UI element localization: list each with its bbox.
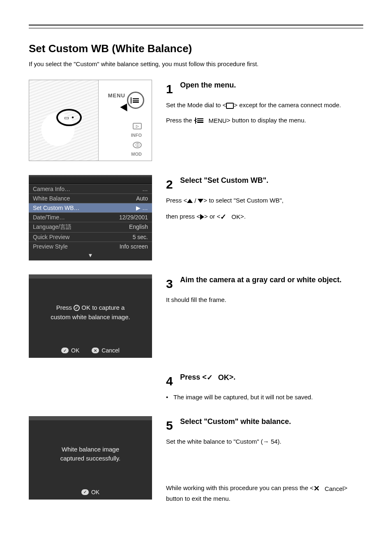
step-number: 4 xyxy=(166,372,178,390)
camera-menu-screenshot: Camera Info……White BalanceAutoSet Custom… xyxy=(29,175,152,260)
mode-dial-icon: ▭ • xyxy=(56,109,82,126)
step-heading: Aim the camera at a gray card or white o… xyxy=(180,276,341,284)
step-5: White balance image captured successfull… xyxy=(29,416,363,504)
step-text: Set the white balance to "Custom" (→ 54)… xyxy=(166,437,363,447)
menu-row: White BalanceAuto xyxy=(29,193,152,203)
menu-row: Set Custom WB…▶ … xyxy=(29,203,152,212)
prompt-line: Press OK to capture a xyxy=(39,303,142,313)
check-icon: ✓ xyxy=(220,212,226,223)
up-arrow-icon xyxy=(187,199,193,203)
menu-row: Camera Info…… xyxy=(29,184,152,193)
step-number: 5 xyxy=(166,416,178,435)
mod-button-icon: MOD xyxy=(131,152,142,157)
ok-circled-icon xyxy=(74,305,80,311)
capture-success-screenshot: White balance image captured successfull… xyxy=(29,416,152,500)
section-title: Set Custom WB (White Balance) xyxy=(29,42,363,55)
step-note: While working with this procedure you ca… xyxy=(166,483,363,504)
menu-row: Preview StyleInfo screen xyxy=(29,242,152,251)
mode-dial-glyph-icon xyxy=(226,103,234,109)
menu-label: MENU xyxy=(108,92,125,99)
step-heading: Open the menu. xyxy=(180,81,236,89)
play-button-icon: ▷ xyxy=(133,123,142,129)
step-heading: Press <✓ OK>. xyxy=(180,373,235,381)
step-text: then press <> or <✓ OK>. xyxy=(166,212,363,223)
step-heading: Select "Custom" white balance. xyxy=(180,417,291,426)
cancel-action: ✕Cancel xyxy=(92,347,120,354)
camera-illustration: ▭ • MENU ▷ INFO ⓘ MOD xyxy=(29,80,152,161)
step-2: Camera Info……White BalanceAutoSet Custom… xyxy=(29,175,363,260)
x-icon: ✕ xyxy=(314,483,320,494)
ok-action: ✓OK xyxy=(81,489,99,495)
success-line: White balance image xyxy=(39,445,142,454)
menu-row: Quick Preview5 sec. xyxy=(29,232,152,242)
step-text: It should fill the frame. xyxy=(166,295,363,305)
section-intro: If you select the "Custom" white balance… xyxy=(29,60,363,68)
ok-action: ✓OK xyxy=(61,347,79,354)
step-4: 4 Press <✓ OK>. • The image will be capt… xyxy=(29,372,363,402)
i-button-icon: ⓘ xyxy=(133,142,142,148)
step-text: Press </> to select "Set Custom WB", xyxy=(166,196,363,205)
success-line: captured successfully. xyxy=(39,454,142,463)
step-number: 1 xyxy=(166,80,178,98)
right-arrow-icon xyxy=(200,214,204,220)
down-arrow-icon xyxy=(198,199,203,203)
menu-row: Language/言語English xyxy=(29,222,152,232)
menu-row: Date/Time…12/29/2001 xyxy=(29,212,152,222)
step-heading: Select "Set Custom WB". xyxy=(180,176,268,184)
step-number: 2 xyxy=(166,175,178,193)
step-3: Press OK to capture a custom white balan… xyxy=(29,274,363,358)
step-1: ▭ • MENU ▷ INFO ⓘ MOD 1 Open the menu. xyxy=(29,80,363,161)
menu-glyph-icon xyxy=(197,118,203,123)
prompt-line: custom white balance image. xyxy=(39,313,142,322)
info-button-icon: INFO xyxy=(131,133,142,138)
scroll-down-icon: ▼ xyxy=(29,251,152,260)
check-icon: ✓ xyxy=(207,372,213,383)
step-number: 3 xyxy=(166,274,178,293)
step-bullet: • The image will be captured, but it wil… xyxy=(166,393,363,402)
capture-prompt-screenshot: Press OK to capture a custom white balan… xyxy=(29,274,152,358)
step-text: Set the Mode dial to <> except for the c… xyxy=(166,101,363,110)
step-text: Press the < MENU> button to display the … xyxy=(166,116,363,125)
